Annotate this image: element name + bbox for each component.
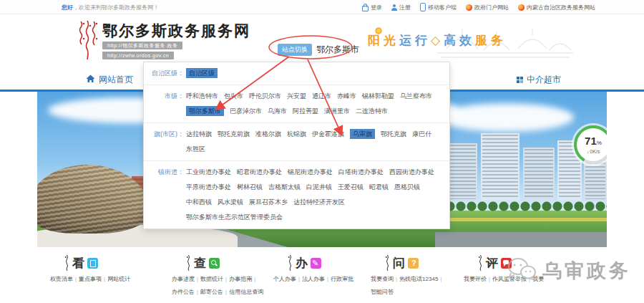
site-option[interactable]: 东胜区: [186, 145, 205, 153]
separator: |: [254, 276, 255, 282]
topbar-link[interactable]: 登录: [362, 4, 382, 11]
site-option[interactable]: 平原街道办事处: [186, 183, 231, 191]
footer-link[interactable]: 个人办事: [273, 276, 296, 282]
footer-section: 问我要查询|热线电话12345|智能问答: [371, 254, 444, 298]
footer-link[interactable]: 我要评价: [464, 276, 487, 282]
site-panel-rows: 自治区级：自治区级市级：呼和浩特市包头市呼伦贝尔市兴安盟通辽市赤峰市锡林郭勒盟乌…: [144, 62, 449, 229]
site-option[interactable]: 阿拉善盟: [293, 107, 318, 115]
footer-link[interactable]: 我要查询: [371, 276, 394, 282]
footer-link[interactable]: 重点事项: [79, 276, 102, 282]
site-panel-line: 平原街道办事处树林召镇吉格斯太镇白泥井镇王爱召镇昭君镇恩格贝镇: [186, 180, 444, 195]
site-option[interactable]: 树林召镇: [237, 183, 263, 191]
site-option-active[interactable]: 自治区级: [186, 68, 218, 78]
gov-emblem-icon: [518, 4, 525, 11]
search-icon: [209, 258, 220, 269]
city-building: [523, 148, 555, 201]
site-panel-line: 中和西镇风水梁镇展旦召苏木乡达拉特经济开发区: [186, 195, 444, 210]
separator: |: [197, 289, 198, 295]
footer-section-title: 评: [486, 255, 498, 271]
site-option[interactable]: 二连浩特市: [356, 107, 388, 115]
footer-link[interactable]: 权责清单: [50, 276, 73, 282]
site-option[interactable]: 包头市: [224, 92, 243, 100]
site-option[interactable]: 展旦召苏木乡: [249, 198, 288, 206]
site-option[interactable]: 巴彦淖尔市: [230, 107, 262, 115]
topbar-link[interactable]: 注册: [391, 4, 411, 11]
topbar-link-label: 注册: [399, 4, 411, 11]
footer-link[interactable]: 数据统计: [200, 276, 223, 282]
site-title: 鄂尔多斯政务服务网: [102, 22, 250, 39]
footer-link[interactable]: 信用信息查询: [229, 289, 263, 295]
footer-link[interactable]: 办事进度: [172, 276, 195, 282]
site-option[interactable]: 王爱召镇: [338, 183, 364, 191]
watermark-text: 乌审政务: [542, 258, 631, 284]
site-option[interactable]: 锡尼街道办事处: [288, 168, 333, 175]
topbar-link[interactable]: 内蒙古自治区政务服务网站: [518, 4, 595, 11]
site-panel-line: 鄂尔多斯市生态示范区管理委员会: [186, 210, 444, 225]
mongolian-script-icon: [77, 20, 100, 64]
city-building: [481, 133, 519, 201]
site-option[interactable]: 中和西镇: [186, 198, 212, 206]
site-option[interactable]: 鄂托克旗: [381, 130, 406, 138]
mongolian-script-icon: [186, 254, 191, 271]
download-badge[interactable]: 71% ↓0K/s: [574, 125, 607, 167]
welcome-rest: ，欢迎来到鄂尔多斯政务服务网！: [73, 4, 159, 11]
site-option-active[interactable]: 鄂尔多斯市: [186, 106, 224, 116]
current-site-label: 鄂尔多斯市: [316, 44, 359, 56]
nav-home[interactable]: 网站首页: [86, 74, 133, 86]
edit-icon: [311, 258, 321, 269]
footer-link[interactable]: 网站统计: [107, 276, 130, 282]
site-option[interactable]: 兴安盟: [287, 92, 306, 100]
site-option[interactable]: 恩格贝镇: [394, 183, 420, 191]
site-option[interactable]: 鄂托克前旗: [218, 130, 250, 138]
site-panel-line: 达拉特旗鄂托克前旗准格尔旗杭锦旗伊金霍洛旗乌审旗鄂托克旗康巴什: [186, 127, 444, 142]
site-option[interactable]: 呼和浩特市: [186, 92, 218, 100]
site-option[interactable]: 准格尔旗: [255, 130, 281, 138]
footer-link[interactable]: 热线电话12345: [399, 276, 438, 282]
footer-section-header: 办: [288, 254, 353, 272]
site-option[interactable]: 乌海市: [268, 107, 287, 115]
site-switch-button[interactable]: 站点切换: [278, 44, 312, 56]
site-option[interactable]: 昭君街道办事处: [237, 168, 282, 175]
site-option[interactable]: 白塔街道办事处: [338, 168, 384, 175]
footer-link[interactable]: 行政审批: [331, 276, 353, 282]
site-option[interactable]: 呼伦贝尔市: [249, 92, 281, 100]
site-option[interactable]: 伊金霍洛旗: [312, 130, 344, 138]
site-option[interactable]: 鄂尔多斯市生态示范区管理委员会: [186, 213, 283, 221]
site-panel-row: 市级：呼和浩特市包头市呼伦贝尔市兴安盟通辽市赤峰市锡林郭勒盟乌兰察布市鄂尔多斯市…: [144, 85, 449, 123]
site-option[interactable]: 锡林郭勒盟: [362, 92, 394, 100]
site-panel-row-label: 自治区级：: [144, 66, 184, 81]
grid-icon: [517, 77, 523, 83]
site-option[interactable]: 昭君镇: [369, 183, 389, 191]
site-option-active[interactable]: 乌审旗: [350, 129, 375, 139]
site-option[interactable]: 达拉特经济开发区: [293, 198, 345, 206]
site-switch: 站点切换 鄂尔多斯市: [278, 44, 359, 56]
site-option[interactable]: 吉格斯太镇: [268, 183, 301, 191]
site-option[interactable]: 满洲里市: [324, 107, 350, 115]
site-option[interactable]: 风水梁镇: [218, 198, 243, 206]
footer-link[interactable]: 办事指南: [229, 276, 252, 282]
topbar-link[interactable]: 政府门户网站: [466, 4, 509, 11]
register-icon: [391, 4, 397, 11]
download-arrow-icon: ↓: [587, 149, 590, 154]
site-option[interactable]: 杭锦旗: [287, 130, 306, 138]
site-option[interactable]: 西园街道办事处: [389, 168, 434, 175]
footer-link[interactable]: 智能问答: [371, 289, 394, 295]
site-option[interactable]: 康巴什: [412, 130, 431, 138]
site-option[interactable]: 乌兰察布市: [400, 92, 432, 100]
site-header: 鄂尔多斯政务服务网 http://鄂尔多斯政务服务.政务 http://zwfw…: [0, 14, 644, 68]
footer-link[interactable]: 法人办事: [302, 276, 325, 282]
nav-intermediary-market[interactable]: 中介超市: [517, 74, 561, 86]
site-option[interactable]: 通辽市: [312, 92, 331, 100]
site-url-cn: http://鄂尔多斯政务服务.政务: [102, 42, 182, 49]
site-url-en: http://zwfw.ordos.gov.cn: [102, 52, 174, 59]
site-panel-line: 呼和浩特市包头市呼伦贝尔市兴安盟通辽市赤峰市锡林郭勒盟乌兰察布市: [186, 89, 444, 104]
road: [435, 232, 607, 247]
footer-link[interactable]: 邮寄公告: [200, 289, 223, 295]
site-option[interactable]: 达拉特旗: [186, 130, 212, 138]
footer-link[interactable]: 办件公告: [172, 289, 195, 295]
footer-links-line: 办事进度|数据统计|办事指南|: [172, 274, 263, 285]
site-option[interactable]: 赤峰市: [337, 92, 356, 100]
site-option[interactable]: 白泥井镇: [306, 183, 332, 191]
site-option[interactable]: 工业街道办事处: [186, 168, 231, 175]
topbar-link[interactable]: 移动客户端: [420, 3, 457, 11]
